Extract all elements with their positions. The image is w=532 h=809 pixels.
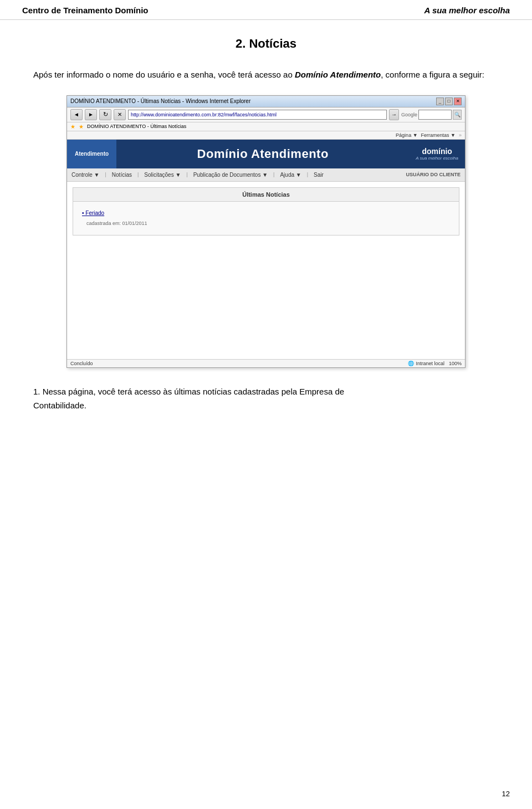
page-header: Centro de Treinamento Domínio A sua melh… [0, 0, 532, 20]
page-number: 12 [502, 790, 510, 798]
restore-button[interactable]: □ [445, 98, 453, 105]
app-header: Atendimento Domínio Atendimento domínio … [67, 140, 465, 168]
nav-controle[interactable]: Controle ▼ [71, 172, 99, 178]
app-title-text: Domínio Atendimento [197, 147, 329, 161]
bottom-text-line1: 1. Nessa página, você terá acesso às últ… [33, 387, 344, 396]
app-navigation: Controle ▼ | Notícias | Solicitações ▼ |… [67, 168, 465, 182]
news-item-date: cadastrada em: 01/01/2011 [86, 221, 147, 226]
nav-sep-3: | [186, 172, 187, 177]
nav-sep-5: | [307, 172, 308, 177]
nav-sep-4: | [273, 172, 274, 177]
app-body: Últimas Notícias • Feriado cadastrada em… [67, 182, 465, 359]
nav-sep-1: | [105, 172, 106, 177]
nav-user-label: USUÁRIO DO CLIENTE [406, 172, 461, 177]
nav-solicitacoes[interactable]: Solicitações ▼ [144, 172, 181, 178]
nav-publicacao[interactable]: Publicação de Documentos ▼ [193, 172, 268, 178]
zoom-level: 100% [449, 361, 462, 366]
nav-ajuda[interactable]: Ajuda ▼ [280, 172, 301, 178]
stop-button[interactable]: ✕ [114, 109, 126, 120]
app-tab-label: Atendimento [75, 151, 109, 157]
favorites-item[interactable]: DOMÍNIO ATENDIMENTO - Últimas Notícias [87, 124, 186, 129]
intro-end-text: , conforme a figura a seguir: [381, 70, 484, 79]
header-left: Centro de Treinamento Domínio [22, 6, 149, 15]
address-bar[interactable]: http://www.dominioatendimento.com.br:82/… [128, 110, 387, 120]
news-item: • Feriado cadastrada em: 01/01/2011 [82, 207, 450, 227]
window-controls: _ □ ✕ [436, 98, 462, 105]
intranet-text: Intranet local [416, 361, 444, 366]
nav-sep-2: | [137, 172, 139, 177]
browser-statusbar: Concluído 🌐 Intranet local 100% [67, 359, 465, 367]
back-button[interactable]: ◄ [70, 109, 83, 120]
section-title: 2. Notícias [33, 37, 499, 51]
forward-button[interactable]: ► [85, 109, 97, 120]
intro-text: Após ter informado o nome do usuário e a… [33, 70, 295, 79]
intro-paragraph: Após ter informado o nome do usuário e a… [33, 68, 499, 82]
status-text: Concluído [70, 361, 93, 366]
content-area: Últimas Notícias • Feriado cadastrada em… [73, 187, 459, 235]
bottom-text-line2: Contabilidade. [33, 401, 86, 410]
nav-sair[interactable]: Sair [314, 172, 324, 178]
nav-noticias[interactable]: Notícias [112, 172, 132, 178]
header-right: A sua melhor escolha [424, 6, 510, 15]
browser-titlebar: DOMÍNIO ATENDIMENTO - Últimas Notícias -… [67, 96, 465, 107]
content-section-title: Últimas Notícias [73, 188, 459, 202]
statusbar-right: 🌐 Intranet local 100% [408, 361, 462, 366]
favorites-bar: ★ ★ DOMÍNIO ATENDIMENTO - Últimas Notíci… [67, 122, 465, 131]
bottom-paragraph: 1. Nessa página, você terá acesso às últ… [33, 385, 499, 413]
news-item-title[interactable]: • Feriado [82, 210, 104, 216]
go-button[interactable]: → [389, 109, 399, 120]
page-button[interactable]: Página ▼ [396, 132, 417, 138]
app-tab-atendimento[interactable]: Atendimento [67, 140, 116, 168]
intranet-icon: 🌐 [408, 361, 414, 366]
favorites-item-label: DOMÍNIO ATENDIMENTO - Últimas Notícias [87, 124, 186, 129]
app-title: Domínio Atendimento [116, 140, 409, 168]
tools-button[interactable]: Ferramentas ▼ [421, 132, 456, 138]
intranet-label: 🌐 Intranet local [408, 361, 444, 366]
toolbar-spacer: » [459, 132, 462, 138]
bold-italic-text: Domínio Atendimento [295, 70, 381, 79]
browser-toolbar: ◄ ► ↻ ✕ http://www.dominioatendimento.co… [67, 107, 465, 122]
app-logo: domínio A sua melhor escolha [409, 140, 465, 168]
google-label: Google [401, 112, 417, 117]
minimize-button[interactable]: _ [436, 98, 444, 105]
google-search-input[interactable] [418, 110, 452, 120]
favorites-add-icon: ★ [79, 124, 84, 130]
main-content: 2. Notícias Após ter informado o nome do… [0, 20, 532, 435]
favorites-star-icon: ★ [70, 124, 75, 130]
logo-name: domínio [422, 147, 452, 156]
browser-title-text: DOMÍNIO ATENDIMENTO - Últimas Notícias -… [70, 98, 436, 104]
refresh-button[interactable]: ↻ [99, 109, 111, 120]
browser-screenshot: DOMÍNIO ATENDIMENTO - Últimas Notícias -… [66, 95, 466, 368]
google-search-box: Google 🔍 [401, 110, 462, 120]
logo-tagline: A sua melhor escolha [416, 156, 458, 161]
news-list: • Feriado cadastrada em: 01/01/2011 [73, 202, 459, 235]
google-search-button[interactable]: 🔍 [453, 110, 462, 120]
ie-toolbar2: Página ▼ Ferramentas ▼ » [67, 131, 465, 140]
app-content: Atendimento Domínio Atendimento domínio … [67, 140, 465, 359]
close-button[interactable]: ✕ [454, 98, 462, 105]
address-text: http://www.dominioatendimento.com.br:82/… [131, 112, 277, 117]
